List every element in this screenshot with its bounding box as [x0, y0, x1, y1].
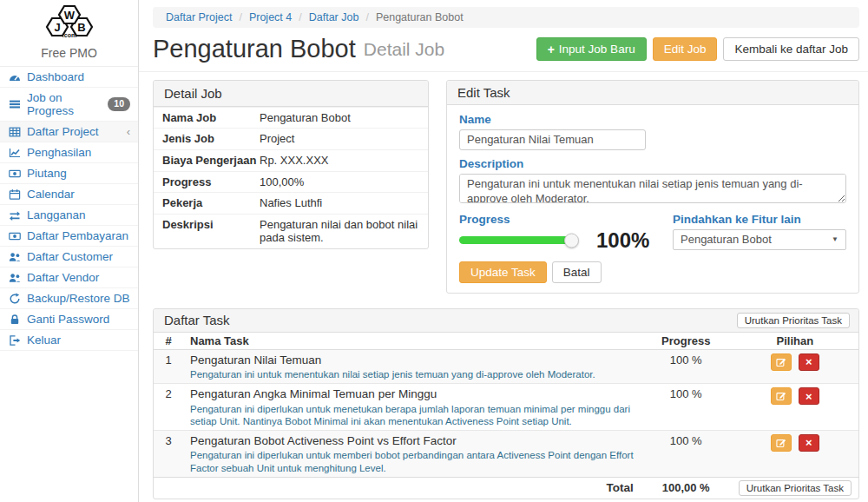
progress-slider[interactable]	[459, 236, 572, 244]
name-label: Name	[459, 113, 846, 126]
sidebar-item-langganan[interactable]: Langganan	[0, 205, 138, 226]
detail-label: Deskripsi	[162, 218, 260, 245]
svg-text:J: J	[54, 21, 60, 34]
task-description: Pengaturan ini untuk menentukan nilai se…	[190, 368, 634, 380]
detail-row-progress: Progress 100,00%	[154, 171, 428, 193]
sidebar-item-calendar[interactable]: Calendar	[0, 184, 138, 205]
column-header-pilihan: Pilihan	[732, 333, 858, 350]
delete-task-row-button[interactable]: ×	[799, 387, 819, 405]
header-buttons: + Input Job Baru Edit Job Kembali ke daf…	[536, 37, 859, 61]
breadcrumb-separator: /	[239, 11, 241, 23]
breadcrumb-separator: /	[365, 11, 368, 23]
sidebar-item-label: Calendar	[27, 188, 75, 201]
breadcrumb-daftar-project[interactable]: Daftar Project	[166, 11, 232, 23]
input-job-baru-button[interactable]: + Input Job Baru	[536, 37, 647, 61]
sidebar-item-keluar[interactable]: Keluar	[0, 330, 138, 351]
pencil-square-icon	[776, 357, 786, 367]
sidebar-item-label: Ganti Password	[27, 313, 109, 326]
edit-task-row-button[interactable]	[771, 434, 792, 452]
sidebar-item-piutang[interactable]: Piutang	[0, 163, 138, 184]
column-header-progress: Progress	[641, 333, 732, 350]
sidebar: J W B .com Free PMO Dashboard Job on Pro…	[0, 0, 139, 502]
sidebar-menu: Dashboard Job on Progress 10 Daftar Proj…	[0, 67, 138, 351]
sidebar-item-daftar-pembayaran[interactable]: Daftar Pembayaran	[0, 226, 138, 247]
edit-task-row-button[interactable]	[771, 353, 792, 371]
sidebar-item-backup-restore-db[interactable]: Backup/Restore DB	[0, 288, 138, 309]
edit-task-panel: Edit Task Name Description Pengaturan in…	[446, 80, 859, 294]
page-subtitle: Detail Job	[364, 39, 444, 60]
sidebar-item-label: Dashboard	[27, 70, 84, 83]
detail-label: Biaya Pengerjaan	[162, 154, 260, 168]
detail-row-jenis-job: Jenis Job Project	[154, 128, 428, 149]
detail-row-deskripsi: Deskripsi Pengaturan nilai dan bobot nil…	[154, 214, 428, 248]
sidebar-item-label: Daftar Pembayaran	[27, 229, 128, 242]
kembali-ke-daftar-job-button[interactable]: Kembali ke daftar Job	[723, 37, 859, 61]
sidebar-item-label: Penghasilan	[27, 146, 91, 159]
detail-label: Progress	[162, 175, 260, 189]
table-icon	[8, 126, 21, 138]
tasks-icon	[8, 98, 21, 110]
refresh-icon	[8, 293, 21, 305]
main-area: Daftar Project / Project 4 / Daftar Job …	[139, 0, 868, 502]
move-feature-select[interactable]: Pengaturan Bobot ▼	[673, 229, 846, 250]
daftar-task-panel: Daftar Task Urutkan Prioritas Task # Nam…	[153, 308, 859, 499]
edit-task-row-button[interactable]	[771, 387, 792, 405]
logo[interactable]: J W B .com Free PMO	[0, 0, 138, 67]
detail-value: Pengaturan nilai dan bobot nilai pada si…	[260, 218, 419, 245]
sidebar-item-dashboard[interactable]: Dashboard	[0, 67, 138, 88]
svg-text:W: W	[63, 9, 75, 22]
breadcrumb-project-4[interactable]: Project 4	[249, 11, 292, 23]
detail-label: Nama Job	[162, 111, 260, 125]
users-icon	[8, 251, 21, 263]
sidebar-item-label: Piutang	[27, 167, 67, 180]
delete-task-row-button[interactable]: ×	[799, 353, 819, 371]
sidebar-item-label: Job on Progress	[27, 91, 102, 117]
detail-value: 100,00%	[260, 175, 304, 189]
content: Detail Job Nama Job Pengaturan Bobot Jen…	[139, 72, 868, 502]
task-description: Pengaturan ini diperlukan untuk memberi …	[190, 449, 634, 473]
dashboard-icon	[8, 71, 21, 83]
progress-slider-handle[interactable]	[564, 233, 579, 248]
delete-task-row-button[interactable]: ×	[799, 434, 819, 452]
task-row-3: 3 Pengaturan Bobot Activeness Point vs E…	[154, 430, 858, 477]
update-task-button[interactable]: Update Task	[459, 261, 547, 283]
retweet-icon	[8, 209, 21, 221]
sidebar-item-job-on-progress[interactable]: Job on Progress 10	[0, 88, 138, 122]
sidebar-item-ganti-password[interactable]: Ganti Password	[0, 309, 138, 330]
line-chart-icon	[8, 147, 21, 159]
task-name-input[interactable]	[459, 129, 646, 150]
sidebar-item-label: Backup/Restore DB	[27, 292, 130, 305]
column-header-nama-task: Nama Task	[183, 333, 641, 350]
detail-row-biaya-pengerjaan: Biaya Pengerjaan Rp. XXX.XXX	[154, 149, 428, 171]
sidebar-item-daftar-customer[interactable]: Daftar Customer	[0, 247, 138, 268]
task-table: # Nama Task Progress Pilihan 1 Pengatura…	[154, 333, 858, 499]
users-icon	[8, 272, 21, 284]
batal-button[interactable]: Batal	[552, 261, 602, 283]
task-table-header-row: # Nama Task Progress Pilihan	[154, 333, 858, 350]
breadcrumb-separator: /	[299, 11, 301, 23]
sidebar-item-label: Daftar Vendor	[27, 271, 99, 284]
sidebar-item-penghasilan[interactable]: Penghasilan	[0, 142, 138, 163]
edit-job-button[interactable]: Edit Job	[653, 37, 718, 61]
chevron-left-icon: ‹	[127, 125, 130, 138]
plus-icon: +	[548, 43, 555, 56]
progress-percent-value: 100%	[596, 230, 649, 251]
lock-icon	[8, 314, 21, 326]
daftar-task-title: Daftar Task	[164, 313, 230, 327]
task-table-footer-row: Total 100,00 % Urutkan Prioritas Task	[154, 477, 858, 499]
detail-row-nama-job: Nama Job Pengaturan Bobot	[154, 107, 428, 129]
task-name: Pengaturan Nilai Temuan	[190, 353, 634, 367]
task-row-2: 2 Pengaturan Angka Minimal Temuan per Mi…	[154, 384, 858, 431]
description-label: Description	[459, 157, 846, 170]
task-progress: 100 %	[641, 384, 732, 431]
sidebar-item-daftar-project[interactable]: Daftar Project ‹	[0, 122, 138, 142]
detail-value: Rp. XXX.XXX	[260, 154, 328, 168]
task-description-textarea[interactable]: Pengaturan ini untuk menentukan nilai se…	[459, 174, 846, 203]
sidebar-item-daftar-vendor[interactable]: Daftar Vendor	[0, 268, 138, 288]
urutkan-prioritas-task-button-bottom[interactable]: Urutkan Prioritas Task	[739, 480, 852, 496]
urutkan-prioritas-task-button-top[interactable]: Urutkan Prioritas Task	[737, 313, 850, 328]
breadcrumb-daftar-job[interactable]: Daftar Job	[309, 11, 359, 23]
delete-icon: ×	[806, 391, 812, 402]
total-label: Total	[183, 477, 641, 499]
task-progress: 100 %	[641, 430, 732, 477]
